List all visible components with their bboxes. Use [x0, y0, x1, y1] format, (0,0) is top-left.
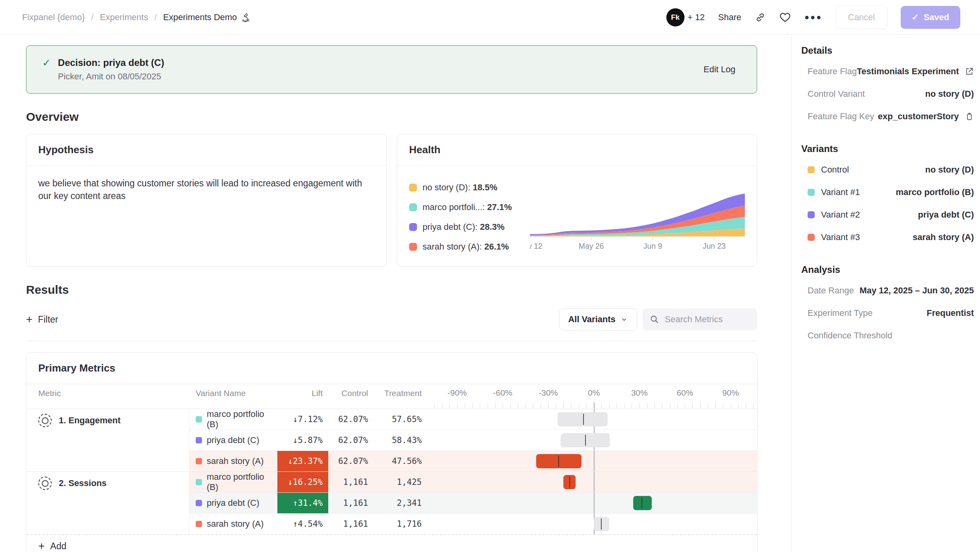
confidence-interval-bar [633, 496, 651, 510]
ruler-tick [601, 403, 602, 408]
variant-value: no story (D) [925, 165, 974, 175]
legend-item[interactable]: no story (D): 18.5% [409, 182, 530, 193]
analysis-label: Experiment Type [808, 308, 873, 318]
hypothesis-body[interactable]: we believe that showing customer stories… [26, 166, 385, 213]
variant-name: priya debt (C) [207, 435, 259, 445]
variant-row[interactable]: marco portfolio (B)↓7.12%62.07%57.65% [189, 409, 758, 430]
col-treatment: Treatment [374, 389, 425, 398]
avatar[interactable]: Fk [666, 8, 685, 26]
variant-slot-label: Variant #1 [821, 187, 860, 197]
cancel-button[interactable]: Cancel [836, 6, 887, 29]
legend-value: 28.3% [480, 222, 505, 232]
favorite-icon[interactable] [779, 11, 791, 23]
lift-value: ↓23.37% [277, 451, 328, 471]
target-icon [38, 414, 52, 427]
plus-icon: + [26, 315, 32, 324]
share-button[interactable]: Share [718, 12, 741, 23]
variant-swatch [808, 211, 815, 218]
detail-value: no story (D) [925, 89, 974, 99]
legend-item[interactable]: sarah story (A): 26.1% [409, 242, 530, 252]
edit-log-button[interactable]: Edit Log [703, 64, 735, 75]
detail-row: Feature Flag Keyexp_customerStory [801, 105, 974, 128]
add-metric-button[interactable]: + Add [26, 534, 757, 552]
copy-icon[interactable] [965, 112, 974, 121]
variant-row[interactable]: priya debt (C)↓5.87%62.07%58.43% [189, 430, 758, 451]
variants-section: Variants Controlno story (D)Variant #1ma… [801, 143, 974, 248]
variant-name: priya debt (C) [207, 498, 259, 508]
metrics-table-body: 1. Engagementmarco portfolio (B)↓7.12%62… [26, 409, 757, 534]
metric-cell[interactable]: 2. Sessions [26, 472, 189, 534]
ci-axis-tick-label: -60% [493, 388, 512, 398]
variant-swatch [196, 416, 202, 422]
ruler-tick [655, 403, 655, 408]
lift-value: ↓7.12% [277, 409, 328, 430]
ruler-tick [449, 403, 450, 408]
legend-swatch [409, 243, 417, 251]
variant-slot-label: Variant #2 [821, 210, 860, 220]
ruler-tick [472, 403, 473, 408]
ruler-tick [571, 403, 571, 408]
zero-line [594, 493, 595, 513]
lift-marker [585, 435, 586, 446]
plus-icon: + [38, 542, 45, 550]
lift-value: ↓5.87% [277, 430, 328, 451]
variant-swatch [196, 500, 202, 506]
confidence-interval-cell [434, 430, 758, 451]
metric-cell[interactable]: 1. Engagement [26, 409, 189, 471]
saved-button-label: Saved [924, 12, 949, 23]
collaborators-count: + 12 [688, 12, 705, 23]
variant-slot: Control [808, 165, 849, 175]
variant-slot-label: Control [821, 165, 849, 175]
variant-row[interactable]: sarah story (A)↓23.37%62.07%47.56% [189, 451, 758, 471]
variant-value: marco portfolio (B) [896, 187, 974, 197]
details-sidebar: Details Feature FlagTestimonials Experim… [792, 35, 980, 552]
lift-marker [583, 414, 584, 425]
breadcrumb-separator: / [154, 12, 157, 23]
overview-heading: Overview [26, 110, 757, 124]
ruler-tick [677, 403, 678, 408]
link-icon[interactable] [755, 12, 766, 23]
hypothesis-title: Hypothesis [26, 134, 387, 166]
breadcrumb-experiments[interactable]: Experiments [100, 12, 148, 23]
ruler-tick [715, 403, 716, 408]
health-title: Health [397, 134, 757, 166]
legend-item[interactable]: priya debt (C): 28.3% [409, 222, 530, 232]
variants-dropdown[interactable]: All Variants [559, 308, 637, 330]
analysis-row: Experiment TypeFrequentist [801, 302, 974, 324]
ruler-tick [738, 403, 739, 408]
variant-mapping-row: Variant #2priya debt (C) [801, 203, 974, 226]
saved-button[interactable]: ✓ Saved [901, 6, 960, 29]
primary-metrics-title: Primary Metrics [26, 353, 757, 384]
more-options-icon[interactable]: ●●● [804, 13, 822, 22]
variant-row[interactable]: marco portfolio (B)↓16.25%1,1611,425 [189, 472, 758, 492]
collaborators[interactable]: Fk + 12 [666, 8, 705, 26]
ci-axis-tick-label: -90% [447, 388, 467, 398]
experiment-page: Fixpanel {demo} / Experiments / Experime… [0, 0, 980, 552]
variant-cell: priya debt (C) [189, 498, 277, 508]
confidence-interval-cell [434, 514, 758, 534]
variant-row[interactable]: sarah story (A)↑4.54%1,1611,716 [189, 513, 758, 534]
ruler-tick [647, 403, 647, 408]
variant-name: sarah story (A) [207, 456, 264, 466]
x-axis-label: May 26 [579, 242, 604, 250]
control-value: 1,161 [328, 519, 374, 529]
metric-group-rows: marco portfolio (B)↓7.12%62.07%57.65%pri… [189, 409, 758, 471]
main-content: ✓ Decision: priya debt (C) Picker, Amit … [0, 35, 792, 552]
health-chart-svg: May 12May 26Jun 9Jun 23 [530, 193, 745, 252]
variant-swatch [196, 458, 202, 464]
variant-slot: Variant #1 [808, 187, 860, 197]
external-link-icon[interactable] [965, 67, 974, 76]
add-filter-button[interactable]: + Filter [26, 314, 58, 325]
ruler-tick [442, 403, 442, 408]
breadcrumb: Fixpanel {demo} / Experiments / Experime… [22, 12, 251, 23]
variant-mapping-row: Variant #1marco portfolio (B) [801, 181, 974, 203]
control-value: 1,161 [328, 498, 374, 508]
legend-item[interactable]: marco portfoli...: 27.1% [409, 202, 530, 212]
ruler-tick [465, 403, 465, 408]
ruler-tick [723, 403, 723, 408]
search-metrics-input[interactable] [664, 314, 748, 325]
primary-metrics-card: Primary Metrics Metric Variant Name Lift… [26, 352, 757, 552]
ruler-tick [533, 403, 533, 408]
variant-row[interactable]: priya debt (C)↑31.4%1,1612,341 [189, 492, 758, 513]
breadcrumb-project[interactable]: Fixpanel {demo} [22, 12, 85, 23]
